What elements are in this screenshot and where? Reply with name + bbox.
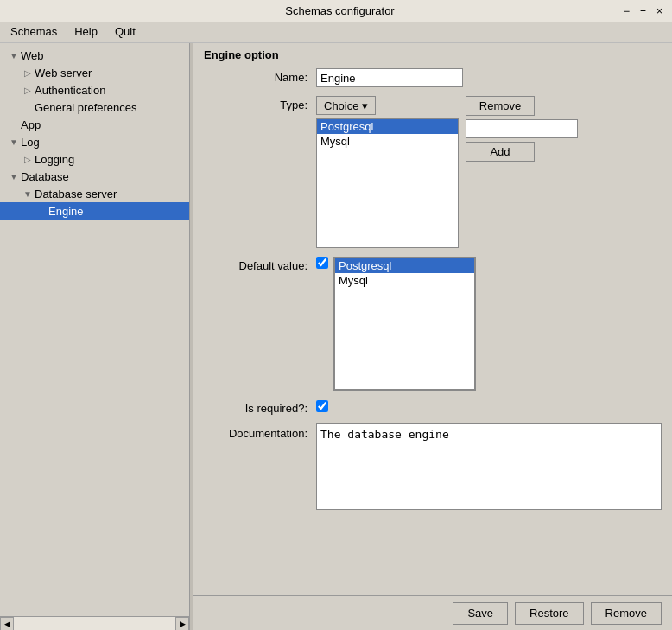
restore-button[interactable]: Restore xyxy=(515,602,584,625)
tree-node-database[interactable]: ▼ Database xyxy=(0,168,189,185)
tree-expander-auth: ▷ xyxy=(21,86,35,95)
tree-node-app[interactable]: App xyxy=(0,116,189,133)
tree-node-engine[interactable]: Engine xyxy=(0,202,189,220)
type-choice-area: Choice ▾ Postgresql Mysql xyxy=(316,96,459,248)
tree-label-app: App xyxy=(21,118,41,131)
window-controls: − + × xyxy=(621,5,665,17)
documentation-textarea[interactable]: The database engine xyxy=(316,423,662,510)
name-label: Name: xyxy=(204,68,316,84)
scroll-track xyxy=(14,617,175,631)
bottom-bar: Save Restore Remove xyxy=(193,595,672,630)
tree-expander-web-server: ▷ xyxy=(21,68,35,78)
tree-node-general-prefs[interactable]: General preferences xyxy=(0,99,189,116)
section-title: Engine option xyxy=(193,43,672,65)
menu-help[interactable]: Help xyxy=(71,25,101,40)
menu-schemas[interactable]: Schemas xyxy=(7,25,60,40)
choice-dropdown-icon: ▾ xyxy=(362,99,368,112)
minimize-button[interactable]: − xyxy=(621,5,632,17)
scroll-left-btn[interactable]: ◀ xyxy=(0,617,14,631)
tree-label-auth: Authentication xyxy=(35,84,105,97)
name-input[interactable] xyxy=(316,68,463,87)
type-control: Choice ▾ Postgresql Mysql xyxy=(316,96,662,248)
tree-expander-db-server: ▼ xyxy=(21,189,35,199)
add-button[interactable]: Add xyxy=(466,142,535,162)
tree-expander-log: ▼ xyxy=(7,137,21,147)
default-value-checkbox[interactable] xyxy=(316,257,328,269)
title-bar: Schemas configurator − + × xyxy=(0,0,672,22)
default-list-item-postgresql[interactable]: Postgresql xyxy=(335,258,474,273)
default-value-control: Postgresql Mysql xyxy=(316,257,662,391)
choice-label: Choice xyxy=(324,99,358,112)
type-label: Type: xyxy=(204,96,316,111)
documentation-row: Documentation: The database engine xyxy=(204,423,662,512)
name-row: Name: xyxy=(204,68,662,87)
tree-expander-web: ▼ xyxy=(7,51,21,60)
add-value-input[interactable] xyxy=(466,119,578,138)
type-list[interactable]: Postgresql Mysql xyxy=(316,118,459,248)
tree-label-web-server: Web server xyxy=(35,67,92,80)
tree-label-database: Database xyxy=(21,170,69,183)
window-title: Schemas configurator xyxy=(59,4,621,17)
menu-bar: Schemas Help Quit xyxy=(0,22,672,43)
type-list-buttons: Remove Add xyxy=(466,96,578,162)
tree-node-logging[interactable]: ▷ Logging xyxy=(0,150,189,168)
save-button[interactable]: Save xyxy=(453,602,508,625)
tree-expander-database: ▼ xyxy=(7,172,21,181)
list-item-postgresql[interactable]: Postgresql xyxy=(317,119,458,134)
maximize-button[interactable]: + xyxy=(637,5,649,17)
tree-node-web-server[interactable]: ▷ Web server xyxy=(0,64,189,81)
tree-node-web[interactable]: ▼ Web xyxy=(0,47,189,64)
default-value-list[interactable]: Postgresql Mysql xyxy=(333,257,476,391)
close-button[interactable]: × xyxy=(654,5,665,17)
left-panel: ▼ Web ▷ Web server ▷ Authentication Gene… xyxy=(0,43,190,630)
remove-button[interactable]: Remove xyxy=(466,96,535,116)
tree-view: ▼ Web ▷ Web server ▷ Authentication Gene… xyxy=(0,43,189,616)
main-layout: ▼ Web ▷ Web server ▷ Authentication Gene… xyxy=(0,43,672,630)
default-value-label: Default value: xyxy=(204,257,316,272)
tree-label-db-server: Database server xyxy=(35,188,117,200)
is-required-row: Is required?: xyxy=(204,399,662,415)
tree-expander-logging: ▷ xyxy=(21,155,35,164)
default-value-row: Default value: Postgresql Mysql xyxy=(204,257,662,391)
is-required-checkbox[interactable] xyxy=(316,400,328,412)
tree-node-database-server[interactable]: ▼ Database server xyxy=(0,185,189,202)
is-required-label: Is required?: xyxy=(204,399,316,415)
tree-label-log: Log xyxy=(21,136,40,149)
left-scroll-bar: ◀ ▶ xyxy=(0,616,189,630)
documentation-control: The database engine xyxy=(316,423,662,512)
menu-quit[interactable]: Quit xyxy=(111,25,139,40)
form-area: Name: Type: Choice ▾ xyxy=(193,65,672,595)
tree-label-logging: Logging xyxy=(35,153,74,166)
tree-label-web: Web xyxy=(21,49,44,62)
right-panel: Engine option Name: Type: Choice xyxy=(193,43,672,630)
type-row: Type: Choice ▾ Postgresql xyxy=(204,96,662,248)
scroll-right-btn[interactable]: ▶ xyxy=(175,617,189,631)
bottom-remove-button[interactable]: Remove xyxy=(591,602,662,625)
tree-label-general: General preferences xyxy=(35,101,137,114)
documentation-label: Documentation: xyxy=(204,423,316,440)
name-control xyxy=(316,68,662,87)
tree-label-engine: Engine xyxy=(48,205,83,218)
tree-node-authentication[interactable]: ▷ Authentication xyxy=(0,81,189,99)
is-required-control xyxy=(316,400,662,415)
choice-button[interactable]: Choice ▾ xyxy=(316,96,376,115)
default-list-item-mysql[interactable]: Mysql xyxy=(335,273,474,288)
tree-node-log[interactable]: ▼ Log xyxy=(0,133,189,150)
list-item-mysql[interactable]: Mysql xyxy=(317,134,458,149)
